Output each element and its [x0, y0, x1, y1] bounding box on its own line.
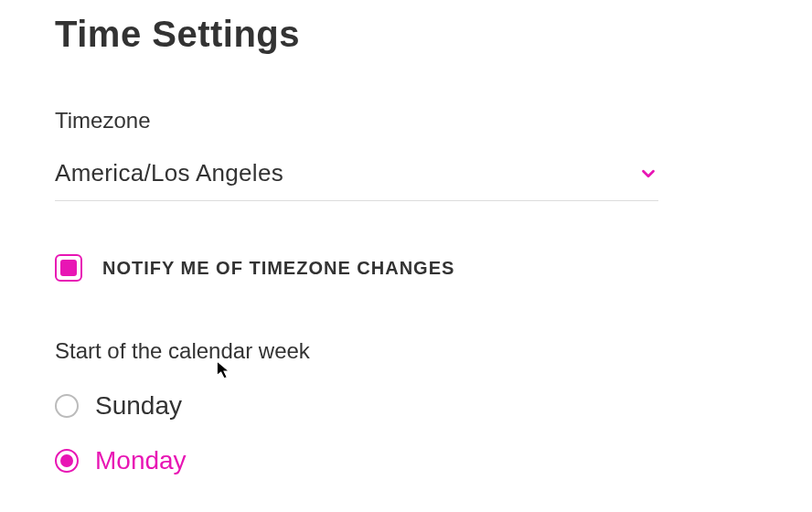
week-start-label: Start of the calendar week — [55, 338, 757, 364]
radio-label: Monday — [95, 446, 187, 475]
checkbox-checked-icon — [60, 260, 77, 276]
chevron-down-icon — [638, 164, 658, 184]
radio-monday[interactable]: Monday — [55, 446, 757, 475]
timezone-label: Timezone — [55, 108, 757, 133]
notify-label: NOTIFY ME OF TIMEZONE CHANGES — [102, 258, 454, 279]
radio-selected-icon — [60, 454, 73, 467]
radio-label: Sunday — [95, 391, 182, 421]
page-title: Time Settings — [55, 14, 757, 55]
radio-icon — [55, 394, 79, 418]
timezone-value: America/Los Angeles — [55, 159, 283, 187]
timezone-select[interactable]: America/Los Angeles — [55, 159, 658, 201]
notify-checkbox[interactable] — [55, 254, 82, 282]
radio-sunday[interactable]: Sunday — [55, 391, 757, 421]
radio-icon — [55, 449, 79, 473]
